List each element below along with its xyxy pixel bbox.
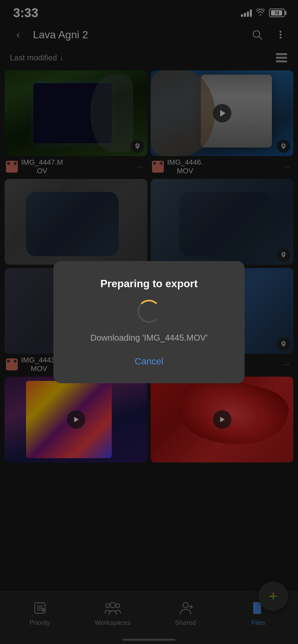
dialog-overlay: Preparing to export Downloading 'IMG_444… <box>0 0 298 644</box>
export-dialog: Preparing to export Downloading 'IMG_444… <box>53 261 245 383</box>
dialog-title: Preparing to export <box>100 278 197 290</box>
loading-spinner <box>137 300 161 323</box>
cancel-button[interactable]: Cancel <box>128 353 170 370</box>
dialog-message: Downloading 'IMG_4445.MOV' <box>90 333 207 343</box>
